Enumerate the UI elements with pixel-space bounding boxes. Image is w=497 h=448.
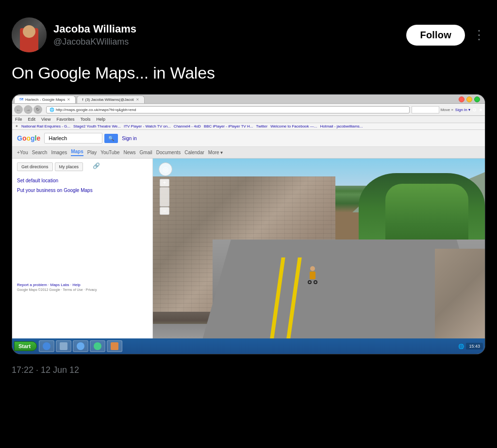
back-button[interactable]: ←	[14, 105, 23, 114]
username[interactable]: @JacobaKWilliams	[53, 37, 136, 47]
logo-g: G	[17, 134, 22, 142]
search-icon: 🔍	[108, 136, 114, 141]
start-button[interactable]: Start	[14, 341, 37, 351]
get-directions-button[interactable]: Get directions	[17, 162, 53, 171]
bookmark-5[interactable]: BBC iPlayer - iPlayer TV H...	[204, 124, 253, 128]
nav-search[interactable]: Search	[32, 150, 48, 155]
taskbar-clock: 15:43	[466, 343, 483, 350]
browser-toolbar: ← → ↻ 🌐 http://maps.google.co.uk/maps?hl…	[12, 104, 485, 116]
set-default-location-link[interactable]: Set default location	[17, 176, 148, 186]
link-icon[interactable]: 🔗	[93, 162, 100, 171]
nav-images[interactable]: Images	[51, 150, 67, 155]
bookmark-twitter[interactable]: Twitter	[256, 124, 268, 128]
tweet-timestamp: 17:22 · 12 Jun 12	[12, 363, 485, 375]
nav-play[interactable]: Play	[87, 150, 97, 155]
sv-zoom-controls: + −	[160, 179, 169, 215]
refresh-button[interactable]: ↻	[33, 105, 42, 114]
tweet-header: Jacoba Williams @JacobaKWilliams Follow …	[12, 17, 485, 52]
browser-tab-2[interactable]: f (3) Jacoba Williams(@Jacoba... ✕	[77, 96, 144, 103]
google-maps-nav: +You Search Images Maps Play YouTube New…	[12, 147, 485, 159]
nav-youtube[interactable]: YouTube	[100, 150, 119, 155]
maps-sidebar: Get directions My places 🖨 🔗 ⊞ Set defau…	[12, 159, 153, 338]
taskbar-item-5[interactable]	[107, 340, 122, 352]
sign-in-link[interactable]: Sign In ▾	[455, 108, 470, 112]
browser-nav-icons: ← → ↻	[14, 105, 42, 114]
browser-tab-active[interactable]: 🗺 Harlech - Google Maps ✕	[14, 96, 76, 103]
zoom-out-button[interactable]: −	[160, 207, 169, 215]
user-info: Jacoba Williams @JacobaKWilliams	[53, 23, 136, 47]
print-icon[interactable]: 🖨	[85, 162, 91, 171]
tweet-image: 🗺 Harlech - Google Maps ✕ f (3) Jacoba W…	[12, 94, 485, 354]
bookmark-4[interactable]: Channel4 - 4oD	[174, 124, 201, 128]
google-logo: G o o g l e	[17, 134, 40, 142]
menu-tools[interactable]: Tools	[80, 117, 90, 122]
menu-help[interactable]: Help	[96, 117, 105, 122]
bookmark-1[interactable]: National Rail Enquiries - G...	[21, 124, 70, 128]
menu-view[interactable]: View	[41, 117, 50, 122]
menu-file[interactable]: File	[15, 117, 22, 122]
browser-tab-bar: 🗺 Harlech - Google Maps ✕ f (3) Jacoba W…	[12, 95, 485, 104]
zoom-slider[interactable]	[160, 187, 169, 207]
maps-sidebar-buttons: Get directions My places 🖨 🔗 ⊞	[17, 162, 148, 171]
maps-street-view: ◎ + −	[153, 159, 485, 338]
browser-address-bar[interactable]: 🌐 http://maps.google.co.uk/maps?hl=q&gbh…	[46, 106, 410, 113]
taskbar-right: 🌐 15:43	[458, 343, 483, 350]
tweet-header-right: Follow ⋮	[406, 25, 485, 46]
nav-plus-you[interactable]: +You	[17, 150, 28, 155]
menu-favorites[interactable]: Favorites	[56, 117, 74, 122]
follow-button[interactable]: Follow	[406, 25, 465, 46]
taskbar-item-4[interactable]	[90, 340, 105, 352]
maps-sidebar-links: Set default location Put your business o…	[17, 176, 148, 195]
nav-calendar[interactable]: Calendar	[184, 150, 204, 155]
zoom-in-button[interactable]: +	[160, 179, 169, 187]
search-bar[interactable]: Search -	[412, 106, 439, 113]
move-label: Move »	[441, 108, 453, 112]
bookmark-facebook[interactable]: Welcome to Facebook —...	[270, 124, 317, 128]
tab2-favicon: f	[82, 97, 83, 102]
report-problem-link[interactable]: Report a problem · Maps Labs · Help	[17, 283, 148, 287]
more-options-icon[interactable]: ⋮	[473, 29, 485, 41]
bookmark-3[interactable]: ITV Player - Watch TV on...	[124, 124, 171, 128]
map-size-icon[interactable]: ⊞	[102, 162, 107, 171]
tweet-card: Jacoba Williams @JacobaKWilliams Follow …	[10, 10, 487, 383]
avatar[interactable]	[12, 17, 47, 52]
google-maps-topbar: G o o g l e 🔍 Sign in	[12, 130, 485, 147]
taskbar-item-3[interactable]	[73, 340, 88, 352]
my-places-button[interactable]: My places	[55, 162, 83, 171]
tab-close-icon[interactable]: ✕	[67, 97, 70, 102]
taskbar-item-2[interactable]	[56, 340, 71, 352]
tab-label: Harlech - Google Maps	[25, 97, 65, 102]
display-name[interactable]: Jacoba Williams	[53, 23, 136, 35]
bookmark-hotmail[interactable]: Hotmail - jacobwilliams...	[320, 124, 363, 128]
maps-search-button[interactable]: 🔍	[104, 134, 118, 143]
maps-search-box: 🔍	[44, 133, 118, 144]
logo-o2: o	[26, 134, 31, 142]
nav-maps[interactable]: Maps	[71, 149, 83, 156]
logo-g2: g	[31, 134, 35, 142]
business-link[interactable]: Put your business on Google Maps	[17, 186, 148, 195]
nav-more[interactable]: More ▾	[208, 150, 223, 155]
taskbar-item-1[interactable]	[39, 340, 54, 352]
maps-signin-link[interactable]: Sign in	[122, 136, 137, 141]
forward-button[interactable]: →	[24, 105, 33, 114]
browser-taskbar: Start	[12, 338, 485, 354]
sv-cyclist	[306, 266, 319, 288]
url-text: http://maps.google.co.uk/maps?hl=q&gbh=e…	[56, 108, 136, 112]
nav-gmail[interactable]: Gmail	[140, 150, 152, 155]
sv-compass[interactable]: ◎	[159, 162, 172, 176]
nav-documents[interactable]: Documents	[156, 150, 181, 155]
nav-news[interactable]: News	[124, 150, 136, 155]
bookmark-2[interactable]: Stage2 Youth Theatre We...	[73, 124, 121, 128]
lock-icon: 🌐	[50, 108, 54, 112]
maps-search-input[interactable]	[44, 133, 102, 144]
star-icon[interactable]: ★	[479, 107, 483, 112]
google-maps-body: Get directions My places 🖨 🔗 ⊞ Set defau…	[12, 159, 485, 338]
tweet-header-left: Jacoba Williams @JacobaKWilliams	[12, 17, 136, 52]
sv-scene: ◎ + −	[153, 159, 485, 338]
menu-edit[interactable]: Edit	[28, 117, 36, 122]
taskbar-items	[39, 340, 456, 352]
google-maps-page: G o o g l e 🔍 Sign in	[12, 130, 485, 338]
settings-icon[interactable]: ⚙	[472, 107, 477, 112]
tweet-text: On Google Maps... in Wales	[12, 62, 485, 83]
tab2-close-icon[interactable]: ✕	[136, 97, 139, 102]
